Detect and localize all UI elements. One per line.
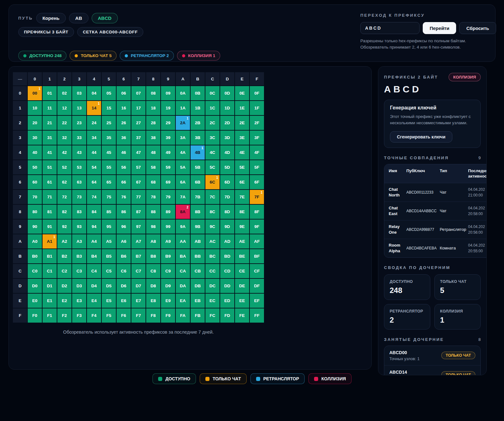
grid-cell-64[interactable]: 64 [87,175,101,189]
grid-cell-5E[interactable]: 5E [235,160,249,174]
grid-cell-90[interactable]: 90 [28,219,42,234]
grid-cell-07[interactable]: 07 [131,86,146,100]
grid-cell-09[interactable]: 09 [161,86,175,100]
grid-cell-BB[interactable]: BB [191,249,205,263]
grid-cell-94[interactable]: 94 [87,219,101,234]
grid-cell-C6[interactable]: C6 [117,264,131,278]
grid-cell-75[interactable]: 75 [102,190,116,204]
grid-cell-F1[interactable]: F1 [43,308,57,323]
grid-cell-3A[interactable]: 3A [176,131,190,145]
grid-cell-17[interactable]: 17 [131,101,146,115]
grid-cell-E4[interactable]: E4 [87,294,101,308]
grid-cell-B9[interactable]: B9 [161,249,175,263]
grid-cell-61[interactable]: 61 [43,175,57,189]
grid-cell-E9[interactable]: E9 [161,294,175,308]
grid-cell-95[interactable]: 95 [102,219,116,234]
grid-cell-18[interactable]: 18 [146,101,160,115]
grid-cell-FD[interactable]: FD [220,308,234,323]
grid-cell-DF[interactable]: DF [250,279,264,293]
grid-cell-6A[interactable]: 6A [176,175,190,189]
grid-cell-46[interactable]: 46 [117,145,131,160]
grid-cell-BE[interactable]: BE [235,249,249,263]
grid-cell-5A[interactable]: 5A [176,160,190,174]
grid-cell-2E[interactable]: 2E [235,116,249,130]
grid-cell-30[interactable]: 30 [28,131,42,145]
grid-cell-15[interactable]: 15 [102,101,116,115]
grid-cell-0D[interactable]: 0D [220,86,234,100]
grid-cell-1C[interactable]: 1C [205,101,220,115]
grid-cell-3D[interactable]: 3D [220,131,234,145]
grid-cell-12[interactable]: 12 [57,101,72,115]
grid-cell-9C[interactable]: 9C [205,219,220,234]
grid-cell-B5[interactable]: B5 [102,249,116,263]
breadcrumb-item-2[interactable]: ABCD [92,13,118,23]
grid-cell-F3[interactable]: F3 [72,308,86,323]
grid-cell-1E[interactable]: 1E [235,101,249,115]
grid-cell-5D[interactable]: 5D [220,160,234,174]
grid-cell-6F[interactable]: 6F [250,175,264,189]
grid-cell-66[interactable]: 66 [117,175,131,189]
grid-cell-3C[interactable]: 3C [205,131,220,145]
grid-cell-FA[interactable]: FA [176,308,190,323]
grid-cell-4E[interactable]: 4E [235,145,249,160]
grid-cell-AC[interactable]: AC [205,234,220,249]
grid-cell-96[interactable]: 96 [117,219,131,234]
grid-cell-E5[interactable]: E5 [102,294,116,308]
grid-cell-42[interactable]: 42 [57,145,72,160]
grid-cell-78[interactable]: 78 [146,190,160,204]
grid-cell-EC[interactable]: EC [205,294,220,308]
grid-cell-68[interactable]: 68 [146,175,160,189]
grid-cell-40[interactable]: 40 [28,145,42,160]
grid-cell-13[interactable]: 13 [72,101,86,115]
grid-cell-63[interactable]: 63 [72,175,86,189]
grid-cell-E1[interactable]: E1 [43,294,57,308]
grid-cell-A8[interactable]: A8 [146,234,160,249]
grid-cell-C4[interactable]: C4 [87,264,101,278]
grid-cell-87[interactable]: 87 [131,205,146,219]
grid-cell-72[interactable]: 72 [57,190,72,204]
grid-cell-55[interactable]: 55 [102,160,116,174]
grid-cell-20[interactable]: 20 [28,116,42,130]
grid-cell-5F[interactable]: 5F [250,160,264,174]
grid-cell-4A[interactable]: 4A [176,145,190,160]
grid-cell-02[interactable]: 02 [57,86,72,100]
grid-cell-A6[interactable]: A6 [117,234,131,249]
grid-cell-5C[interactable]: 5C [205,160,220,174]
grid-cell-85[interactable]: 85 [102,205,116,219]
grid-cell-77[interactable]: 77 [131,190,146,204]
grid-cell-D5[interactable]: D5 [102,279,116,293]
grid-cell-CA[interactable]: CA [176,264,190,278]
grid-cell-CE[interactable]: CE [235,264,249,278]
grid-cell-E6[interactable]: E6 [117,294,131,308]
grid-cell-3F[interactable]: 3F [250,131,264,145]
grid-cell-25[interactable]: 25 [102,116,116,130]
grid-cell-62[interactable]: 62 [57,175,72,189]
matches-row-2[interactable]: Relay OneABCD2A998877Ретранслятор04.04.2… [384,220,487,239]
grid-cell-B3[interactable]: B3 [72,249,86,263]
grid-cell-E2[interactable]: E2 [57,294,72,308]
grid-cell-9E[interactable]: 9E [235,219,249,234]
grid-cell-45[interactable]: 45 [102,145,116,160]
grid-cell-98[interactable]: 98 [146,219,160,234]
grid-cell-74[interactable]: 74 [87,190,101,204]
grid-cell-B4[interactable]: B4 [87,249,101,263]
grid-cell-04[interactable]: 04 [87,86,101,100]
grid-cell-7F[interactable]: 7F1 [250,190,264,204]
grid-cell-F4[interactable]: F4 [87,308,101,323]
grid-cell-01[interactable]: 01 [43,86,57,100]
grid-cell-B7[interactable]: B7 [131,249,146,263]
grid-cell-48[interactable]: 48 [146,145,160,160]
grid-cell-31[interactable]: 31 [43,131,57,145]
grid-cell-93[interactable]: 93 [72,219,86,234]
grid-cell-FC[interactable]: FC [205,308,220,323]
grid-cell-D9[interactable]: D9 [161,279,175,293]
grid-cell-0F[interactable]: 0F [250,86,264,100]
grid-cell-F7[interactable]: F7 [131,308,146,323]
grid-cell-9A[interactable]: 9A [176,219,190,234]
grid-cell-A9[interactable]: A9 [161,234,175,249]
grid-cell-71[interactable]: 71 [43,190,57,204]
grid-cell-B6[interactable]: B6 [117,249,131,263]
grid-cell-A0[interactable]: A0 [28,234,42,249]
grid-cell-C0[interactable]: C0 [28,264,42,278]
grid-cell-60[interactable]: 60 [28,175,42,189]
